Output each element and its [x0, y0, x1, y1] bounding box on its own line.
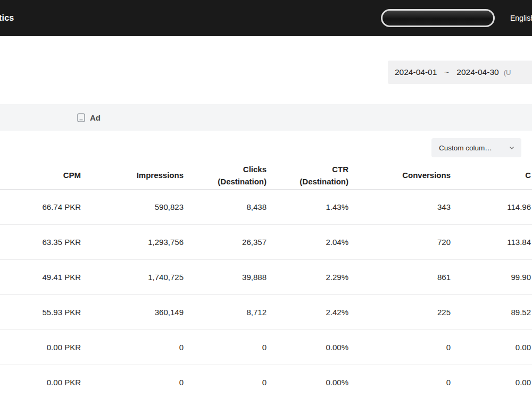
search-input[interactable]: [381, 9, 495, 27]
cell-impressions: 0: [81, 343, 184, 352]
cell-clicks: 0: [184, 378, 267, 387]
column-header-cpm: CPM: [0, 162, 81, 189]
cell-conversions: 0: [348, 343, 451, 352]
column-header-conversions: Conversions: [348, 162, 451, 189]
date-range-picker[interactable]: 2024-04-01 ~ 2024-04-30 (U: [388, 61, 532, 84]
table-row: 0.00 PKR 0 0 0.00% 0 0.00: [0, 330, 532, 365]
cell-cost-per-conversion: 89.52: [451, 308, 531, 317]
cell-conversions: 225: [348, 308, 451, 317]
tab-ad-label: Ad: [90, 113, 101, 122]
cell-impressions: 590,823: [81, 202, 184, 211]
cell-impressions: 1,740,725: [81, 273, 184, 282]
column-header-clicks-destination: Clicks (Destination): [184, 162, 267, 189]
cell-clicks: 26,357: [184, 238, 267, 247]
cell-cpm: 0.00 PKR: [0, 378, 81, 387]
custom-columns-label: Custom colum…: [439, 144, 492, 152]
cell-cost-per-conversion: 113.84: [451, 238, 531, 247]
cell-conversions: 861: [348, 273, 451, 282]
ad-icon: [77, 113, 85, 122]
column-header-ctr-destination: CTR (Destination): [267, 162, 348, 189]
metrics-table: CPM Impressions Clicks (Destination) CTR…: [0, 162, 532, 398]
column-header-cost-per-conversion: C: [451, 162, 531, 189]
language-selector[interactable]: English: [510, 14, 532, 22]
cell-cost-per-conversion: 99.90: [451, 273, 531, 282]
cell-ctr: 0.00%: [267, 378, 348, 387]
cell-ctr: 0.00%: [267, 343, 348, 352]
tab-ad[interactable]: Ad: [77, 104, 101, 131]
cell-ctr: 2.29%: [267, 273, 348, 282]
cell-conversions: 343: [348, 202, 451, 211]
cell-cpm: 49.41 PKR: [0, 273, 81, 282]
cell-clicks: 8,712: [184, 308, 267, 317]
cell-impressions: 1,293,756: [81, 238, 184, 247]
column-header-impressions: Impressions: [81, 162, 184, 189]
cell-cpm: 55.93 PKR: [0, 308, 81, 317]
cell-cpm: 0.00 PKR: [0, 343, 81, 352]
custom-columns-button[interactable]: Custom colum…: [431, 138, 521, 157]
date-end: 2024-04-30: [456, 67, 498, 77]
cell-conversions: 720: [348, 238, 451, 247]
cell-cpm: 63.35 PKR: [0, 238, 81, 247]
table-row: 49.41 PKR 1,740,725 39,888 2.29% 861 99.…: [0, 260, 532, 295]
table-header-row: CPM Impressions Clicks (Destination) CTR…: [0, 162, 532, 190]
table-row: 63.35 PKR 1,293,756 26,357 2.04% 720 113…: [0, 225, 532, 260]
cell-cpm: 66.74 PKR: [0, 202, 81, 211]
cell-clicks: 8,438: [184, 202, 267, 211]
cell-ctr: 1.43%: [267, 202, 348, 211]
cell-cost-per-conversion: 114.96: [451, 202, 531, 211]
date-start: 2024-04-01: [395, 67, 437, 77]
table-row: 66.74 PKR 590,823 8,438 1.43% 343 114.96: [0, 190, 532, 225]
cell-ctr: 2.04%: [267, 238, 348, 247]
timezone-label: (U: [504, 69, 511, 77]
cell-cost-per-conversion: 0.00: [451, 378, 531, 387]
cell-clicks: 39,888: [184, 273, 267, 282]
chevron-down-icon: [509, 145, 515, 151]
level-tabs: Ad: [0, 104, 532, 131]
table-row: 0.00 PKR 0 0 0.00% 0 0.00: [0, 365, 532, 398]
cell-cost-per-conversion: 0.00: [451, 343, 531, 352]
cell-impressions: 0: [81, 378, 184, 387]
cell-clicks: 0: [184, 343, 267, 352]
date-separator: ~: [444, 67, 449, 77]
cell-ctr: 2.42%: [267, 308, 348, 317]
cell-conversions: 0: [348, 378, 451, 387]
app-title: tics: [0, 13, 14, 23]
table-row: 55.93 PKR 360,149 8,712 2.42% 225 89.52: [0, 295, 532, 330]
cell-impressions: 360,149: [81, 308, 184, 317]
topbar: tics English: [0, 0, 532, 36]
